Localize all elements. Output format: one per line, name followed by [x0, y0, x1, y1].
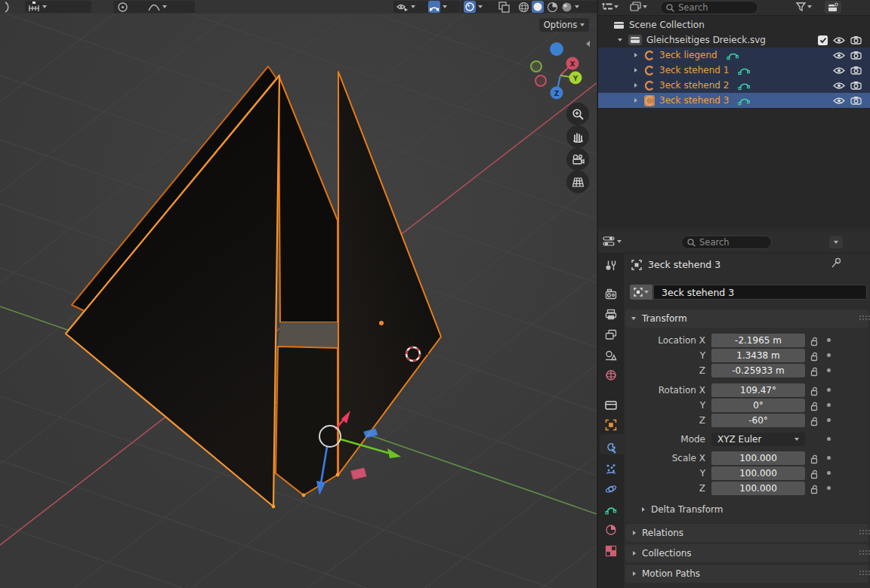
axis-ball-neg-x[interactable] — [535, 75, 546, 86]
display-mode-button[interactable] — [630, 2, 647, 12]
keyframe-dot[interactable] — [827, 353, 831, 357]
chevron-right-icon[interactable] — [634, 68, 637, 72]
editor-type-button[interactable] — [603, 236, 622, 247]
tab-object-data[interactable] — [604, 503, 618, 516]
object-row-stehend-2[interactable]: 3eck stehend 2 — [598, 78, 870, 93]
scene-collection-row[interactable]: Scene Collection — [598, 17, 870, 32]
lock-icon[interactable] — [810, 453, 819, 467]
disable-render-camera-icon[interactable] — [850, 96, 862, 105]
tab-object[interactable] — [604, 418, 618, 432]
pin-icon[interactable] — [831, 257, 842, 272]
shading-solid-icon[interactable] — [532, 1, 544, 13]
pan-hand-button[interactable] — [566, 125, 589, 148]
shading-material-icon[interactable] — [546, 1, 558, 13]
id-type-button[interactable] — [630, 285, 652, 300]
disable-render-camera-icon[interactable] — [850, 51, 862, 60]
grid-ortho-button[interactable] — [566, 171, 589, 193]
hide-eye-icon[interactable] — [833, 82, 845, 90]
location-y-field[interactable]: 1.3438 m — [711, 349, 805, 362]
location-x-field[interactable]: -2.1965 m — [711, 334, 805, 347]
disable-render-camera-icon[interactable] — [850, 81, 862, 90]
triangle-right[interactable] — [338, 72, 441, 475]
tab-scene[interactable] — [604, 348, 618, 362]
hide-eye-icon[interactable] — [833, 51, 845, 60]
object-row-stehend-1[interactable]: 3eck stehend 1 — [598, 63, 870, 78]
shading-wireframe-icon[interactable] — [517, 1, 529, 13]
lock-icon[interactable] — [810, 415, 819, 429]
chevron-down-icon[interactable] — [618, 38, 622, 42]
viewport-3d[interactable]: Options X Y Z — [0, 0, 597, 588]
collections-panel-header[interactable]: Collections — [625, 544, 868, 562]
shading-mode-group[interactable] — [514, 1, 597, 13]
lock-icon[interactable] — [810, 335, 819, 349]
chevron-right-icon[interactable] — [634, 83, 637, 88]
tab-particles[interactable] — [604, 462, 618, 476]
tab-material[interactable] — [604, 523, 618, 537]
keyframe-dot[interactable] — [827, 338, 831, 342]
tab-render[interactable] — [604, 287, 618, 300]
tab-tool[interactable] — [604, 259, 618, 272]
hide-eye-icon[interactable] — [833, 97, 845, 105]
keyframe-dot[interactable] — [827, 368, 831, 372]
collapse-region-icon[interactable] — [586, 41, 590, 47]
keyframe-dot[interactable] — [827, 388, 831, 392]
keyframe-dot[interactable] — [827, 486, 831, 490]
keyframe-dot[interactable] — [827, 437, 831, 441]
panel-grip-icon[interactable] — [859, 530, 861, 531]
properties-options-button[interactable] — [829, 236, 843, 248]
object-row-stehend-3-active[interactable]: 3eck stehend 3 — [598, 93, 870, 108]
scale-z-field[interactable]: 100.000 — [711, 482, 805, 495]
delta-transform-row[interactable]: Delta Transform — [642, 504, 723, 515]
keyframe-dot[interactable] — [827, 403, 831, 407]
hide-eye-icon[interactable] — [833, 66, 845, 75]
options-button[interactable]: Options — [539, 18, 589, 32]
triangle-middle-lower[interactable] — [276, 346, 338, 495]
transform-panel-header[interactable]: Transform — [625, 309, 868, 328]
navigation-gizmo[interactable]: X Y Z — [526, 40, 597, 103]
lock-icon[interactable] — [810, 400, 819, 414]
lock-icon[interactable] — [810, 468, 819, 482]
lock-icon[interactable] — [810, 385, 819, 399]
rotation-x-field[interactable]: 109.47° — [711, 383, 805, 397]
scene-canvas[interactable] — [0, 0, 597, 588]
axis-ball-neg-y[interactable] — [531, 61, 541, 72]
show-gizmo-cursor-icon[interactable] — [396, 1, 409, 13]
tab-texture[interactable] — [604, 544, 618, 558]
tab-modifiers[interactable] — [604, 442, 618, 455]
disable-render-camera-icon[interactable] — [850, 66, 862, 75]
triangle-middle-upper[interactable] — [279, 75, 338, 322]
lock-icon[interactable] — [810, 350, 819, 365]
object-name-input[interactable]: 3eck stehend 3 — [653, 285, 867, 300]
chevron-down-icon[interactable] — [411, 5, 415, 8]
tab-physics[interactable] — [604, 482, 618, 496]
new-collection-button[interactable] — [825, 1, 841, 14]
keyframe-dot[interactable] — [827, 471, 831, 475]
overlays-icon[interactable] — [464, 1, 476, 13]
chevron-right-icon[interactable] — [634, 98, 637, 103]
panel-grip-icon[interactable] — [859, 550, 861, 552]
collection-checkbox[interactable] — [818, 35, 828, 45]
proportional-arc-icon[interactable] — [1, 1, 13, 13]
zoom-button[interactable] — [566, 103, 589, 125]
axis-ball-blue[interactable] — [550, 42, 563, 56]
tab-world[interactable] — [604, 368, 618, 382]
falloff-dropdown[interactable] — [145, 1, 195, 13]
relations-panel-header[interactable]: Relations — [625, 524, 868, 542]
chevron-down-icon[interactable] — [42, 5, 47, 8]
overlays-group[interactable] — [461, 1, 495, 13]
outliner-search-input[interactable]: Search — [660, 1, 758, 14]
rotation-y-field[interactable]: 0° — [711, 399, 805, 412]
rotation-mode-dropdown[interactable]: XYZ Euler — [711, 433, 805, 446]
scale-x-field[interactable]: 100.000 — [711, 451, 805, 465]
collection-row[interactable]: Gleichseitiges Dreieck.svg — [598, 32, 870, 48]
tab-collection[interactable] — [604, 398, 618, 411]
chevron-down-icon[interactable] — [575, 5, 579, 8]
gizmos-group[interactable] — [425, 1, 460, 13]
camera-view-button[interactable] — [566, 148, 589, 171]
panel-grip-icon[interactable] — [859, 571, 861, 572]
chevron-down-icon[interactable] — [162, 5, 167, 8]
keyframe-dot[interactable] — [827, 456, 831, 460]
panel-grip-icon[interactable] — [859, 316, 861, 317]
tab-view-layer[interactable] — [604, 328, 618, 341]
object-row-liegend[interactable]: 3eck liegend — [598, 48, 870, 63]
